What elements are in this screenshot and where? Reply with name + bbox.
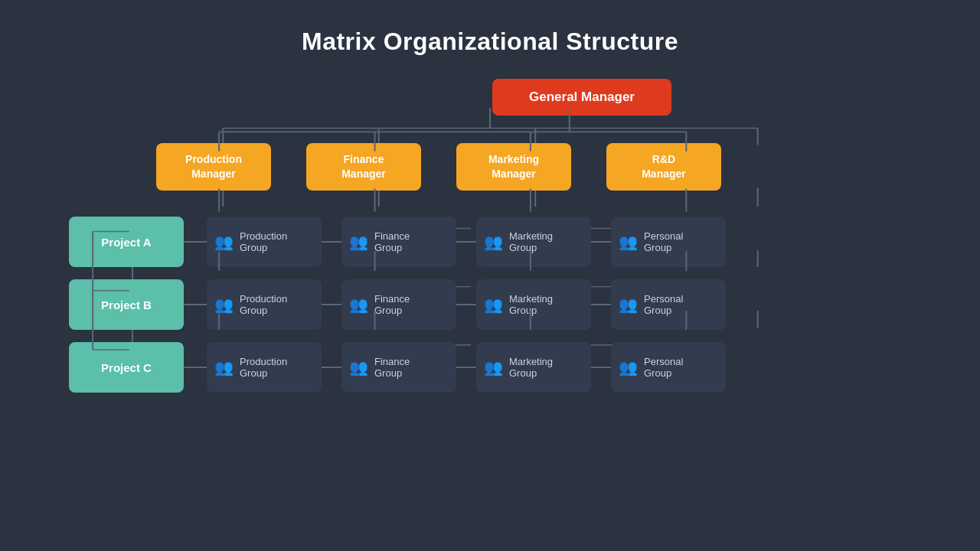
group-c-personal: 👥 PersonalGroup	[611, 342, 726, 393]
group-icon: 👥	[349, 358, 368, 377]
group-a-personal: 👥 PersonalGroup	[611, 217, 726, 267]
group-icon: 👥	[214, 233, 234, 251]
group-c-marketing: 👥 MarketingGroup	[476, 342, 591, 393]
general-manager-box: General Manager	[492, 79, 671, 116]
project-b-box: Project B	[69, 279, 184, 330]
group-icon: 👥	[619, 358, 638, 377]
group-a-marketing: 👥 MarketingGroup	[476, 217, 591, 267]
org-chart: General Manager ProductionManager Financ…	[69, 79, 911, 393]
group-a-production: 👥 ProductionGroup	[207, 217, 322, 267]
manager-rd-box: R&DManager	[606, 143, 721, 191]
group-icon: 👥	[349, 295, 368, 314]
group-icon: 👥	[214, 295, 234, 314]
group-icon: 👥	[484, 233, 503, 251]
group-b-marketing: 👥 MarketingGroup	[476, 279, 591, 330]
group-c-production: 👥 ProductionGroup	[207, 342, 322, 393]
group-icon: 👥	[619, 295, 638, 314]
manager-finance-box: FinanceManager	[306, 143, 421, 191]
group-icon: 👥	[484, 358, 503, 377]
group-icon: 👥	[349, 233, 368, 251]
project-c-box: Project C	[69, 342, 184, 393]
group-b-finance: 👥 FinanceGroup	[341, 279, 456, 330]
group-a-finance: 👥 FinanceGroup	[341, 217, 456, 267]
project-a-box: Project A	[69, 217, 184, 267]
manager-marketing-box: MarketingManager	[456, 143, 571, 191]
group-icon: 👥	[484, 295, 503, 314]
group-b-personal: 👥 PersonalGroup	[611, 279, 726, 330]
group-b-production: 👥 ProductionGroup	[207, 279, 322, 330]
group-c-finance: 👥 FinanceGroup	[341, 342, 456, 393]
manager-production-box: ProductionManager	[156, 143, 271, 191]
group-icon: 👥	[214, 358, 234, 377]
group-icon: 👥	[619, 233, 638, 251]
page-title: Matrix Organizational Structure	[302, 28, 678, 56]
